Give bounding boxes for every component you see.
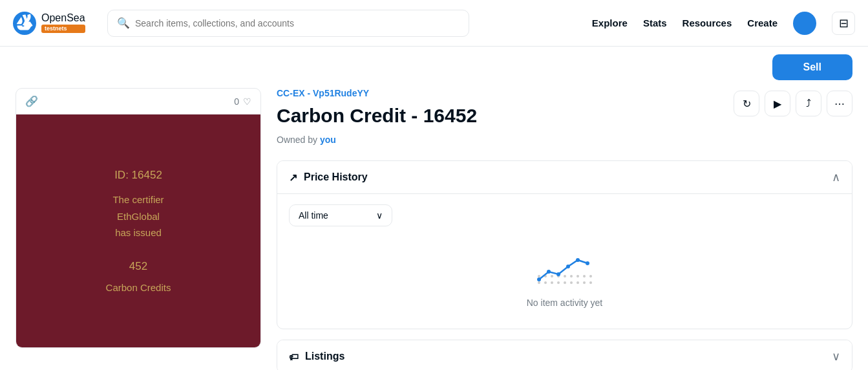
no-activity-area: No item activity yet	[289, 237, 840, 318]
svg-point-16	[577, 275, 579, 278]
svg-point-6	[570, 281, 573, 284]
send-button[interactable]: ▶	[765, 91, 790, 116]
svg-point-17	[583, 275, 586, 278]
price-history-chevron-up: ∧	[832, 170, 840, 184]
fav-area: 0 ♡	[234, 96, 251, 107]
svg-point-5	[564, 281, 566, 284]
nav-create[interactable]: Create	[747, 17, 778, 28]
item-title-row: CC-EX - Vp51RudeYY Carbon Credit - 16452…	[277, 88, 852, 127]
listings-header-left: 🏷 Listings	[289, 351, 344, 362]
avatar[interactable]	[793, 12, 816, 35]
right-panel: CC-EX - Vp51RudeYY Carbon Credit - 16452…	[277, 88, 852, 370]
svg-point-1	[538, 281, 540, 284]
nav-explore[interactable]: Explore	[592, 17, 628, 28]
credits-amount: 452	[129, 257, 147, 277]
price-history-header[interactable]: ↗ Price History ∧	[277, 161, 852, 193]
price-history-section: ↗ Price History ∧ All time ∨	[277, 160, 852, 329]
item-title: Carbon Credit - 16452	[277, 105, 477, 127]
certifier-line1: The certifier	[112, 194, 164, 205]
trend-icon: ↗	[289, 171, 297, 184]
chevron-down-icon: ∨	[376, 210, 383, 221]
sell-button[interactable]: Sell	[772, 54, 852, 80]
time-filter-dropdown[interactable]: All time ∨	[289, 204, 392, 226]
navbar: OpenSea testnets 🔍 Explore Stats Resourc…	[0, 0, 868, 47]
price-history-header-left: ↗ Price History	[289, 171, 368, 184]
heart-icon[interactable]: ♡	[243, 96, 251, 107]
svg-point-22	[566, 265, 570, 268]
nft-card-header: 🔗 0 ♡	[16, 89, 260, 114]
price-history-body: All time ∨	[277, 193, 852, 329]
tag-icon: 🏷	[289, 351, 299, 362]
nav-resources[interactable]: Resources	[683, 17, 732, 28]
share-button[interactable]: ⤴	[796, 91, 821, 116]
collection-link[interactable]: CC-EX - Vp51RudeYY	[277, 88, 477, 98]
time-filter-label: All time	[299, 210, 328, 221]
nft-image: ID: 16452 The certifier EthGlobal has is…	[16, 114, 260, 347]
price-history-title: Price History	[304, 171, 368, 183]
refresh-button[interactable]: ↻	[734, 91, 759, 116]
svg-point-7	[577, 281, 579, 284]
logo-title: OpenSea	[41, 13, 85, 23]
logo-area: OpenSea testnets	[13, 12, 97, 35]
listings-chevron-down: ∨	[832, 349, 840, 364]
opensea-logo-icon	[13, 12, 36, 35]
svg-point-4	[557, 281, 560, 284]
certifier-line2: EthGlobal	[117, 211, 160, 222]
owned-by: Owned by you	[277, 135, 852, 145]
owned-by-label: Owned by	[277, 135, 317, 145]
svg-point-9	[589, 281, 592, 284]
svg-point-8	[583, 281, 586, 284]
nft-id-text: ID: 16452	[114, 166, 162, 186]
testnets-badge: testnets	[41, 25, 85, 33]
listings-header[interactable]: 🏷 Listings ∨	[277, 340, 852, 370]
search-icon: 🔍	[117, 17, 130, 29]
fav-count: 0	[234, 96, 239, 107]
svg-point-23	[576, 258, 580, 262]
svg-point-12	[551, 275, 553, 278]
logo-text: OpenSea testnets	[41, 13, 85, 33]
nav-stats[interactable]: Stats	[643, 17, 667, 28]
wallet-icon-button[interactable]: ⊟	[832, 12, 855, 35]
main-content: 🔗 0 ♡ ID: 16452 The certifier EthGlobal …	[0, 88, 868, 370]
more-button[interactable]: ⋯	[827, 91, 852, 116]
search-bar[interactable]: 🔍	[107, 10, 469, 37]
owned-by-user[interactable]: you	[320, 135, 336, 145]
svg-point-19	[537, 278, 541, 281]
nav-links: Explore Stats Resources Create ⊟	[592, 12, 855, 35]
svg-point-2	[544, 281, 547, 284]
credits-label: Carbon Credits	[106, 279, 171, 296]
svg-point-3	[551, 281, 553, 284]
action-icons: ↻ ▶ ⤴ ⋯	[734, 91, 852, 116]
search-input[interactable]	[135, 18, 460, 28]
sell-area: Sell	[0, 47, 868, 88]
svg-point-21	[556, 272, 560, 276]
svg-point-24	[586, 261, 589, 265]
svg-point-10	[538, 275, 540, 278]
svg-point-15	[570, 275, 573, 278]
left-panel: 🔗 0 ♡ ID: 16452 The certifier EthGlobal …	[16, 88, 261, 370]
chart-placeholder-icon	[533, 247, 597, 292]
svg-point-18	[589, 275, 592, 278]
svg-point-20	[547, 270, 551, 274]
certifier-line3: has issued	[115, 227, 162, 238]
svg-point-14	[564, 275, 566, 278]
title-col: CC-EX - Vp51RudeYY Carbon Credit - 16452	[277, 88, 477, 127]
nft-certifier: The certifier EthGlobal has issued	[112, 191, 164, 241]
listings-title: Listings	[305, 351, 344, 362]
nft-card: 🔗 0 ♡ ID: 16452 The certifier EthGlobal …	[16, 88, 261, 348]
listings-section: 🏷 Listings ∨	[277, 340, 852, 370]
link-icon[interactable]: 🔗	[25, 95, 38, 107]
no-activity-text: No item activity yet	[527, 298, 602, 308]
